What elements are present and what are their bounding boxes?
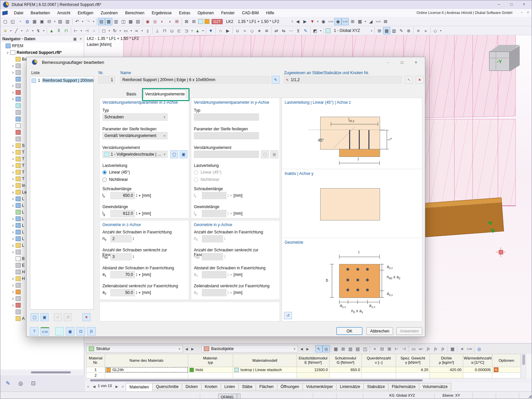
last-table-button[interactable]: » bbox=[120, 383, 126, 390]
toolbar-item[interactable] bbox=[143, 18, 143, 25]
table-category-select[interactable]: Basisobjekte∨ bbox=[201, 345, 298, 352]
toolbar-item[interactable]: 1 - Global XYZ bbox=[331, 28, 370, 33]
formula-button[interactable]: fx bbox=[87, 327, 96, 335]
ok-button[interactable]: OK bbox=[336, 327, 362, 335]
toolbar-item[interactable]: ▦ bbox=[356, 18, 363, 25]
first-table-button[interactable]: « bbox=[85, 383, 91, 390]
toolbar-item[interactable]: ⊕ bbox=[405, 27, 412, 34]
list-item-checkbox[interactable] bbox=[32, 78, 36, 83]
toolbar-item[interactable]: ⊞ bbox=[173, 18, 181, 25]
table-toolbar-icon[interactable]: ▥ bbox=[347, 345, 354, 352]
a1-detail-button[interactable]: ▶ bbox=[139, 273, 141, 276]
toolbar-item[interactable]: ▤ bbox=[98, 18, 105, 25]
lg-stepper[interactable]: ▲▼ bbox=[136, 211, 138, 215]
refresh-diagram-icon[interactable]: ↺ bbox=[284, 312, 292, 319]
table-tab[interactable]: Knoten bbox=[201, 383, 221, 390]
table-toolbar-icon[interactable] bbox=[331, 345, 331, 352]
list-item[interactable]: 1 Reinforced Support | 200mm | E bbox=[30, 77, 93, 84]
toolbar-item[interactable]: ▥ bbox=[390, 27, 398, 34]
assigned-pick-button[interactable]: ↖ bbox=[405, 76, 413, 84]
toolbar-item[interactable]: GZT bbox=[211, 19, 223, 24]
toolbar-item[interactable]: ◐ bbox=[159, 18, 166, 25]
toolbar-item[interactable]: ▾ bbox=[316, 18, 320, 25]
dialog-minimize-button[interactable]: – bbox=[382, 59, 394, 66]
list-delete-button[interactable]: × bbox=[82, 313, 90, 321]
dialog-maximize-button[interactable]: □ bbox=[396, 59, 408, 66]
toolbar-item[interactable]: ⇄ bbox=[273, 27, 280, 34]
radio-linear[interactable]: Linear (45°) bbox=[102, 169, 130, 176]
tree-item-file[interactable]: v Reinforced Support.rf6* bbox=[0, 49, 84, 56]
toolbar-item[interactable]: ✎ bbox=[302, 27, 309, 34]
toolbar-item[interactable]: ◉ bbox=[144, 18, 151, 25]
param-select[interactable]: Gemäß Verstärkungselement∨ bbox=[102, 132, 168, 139]
table-toolbar-icon[interactable]: ▦ bbox=[449, 345, 456, 352]
assigned-clear-button[interactable]: × bbox=[416, 76, 424, 84]
n0-input[interactable]: 2 bbox=[110, 235, 132, 242]
table-toolbar-icon[interactable]: ⊞ bbox=[339, 345, 347, 352]
toolbar-item[interactable]: » bbox=[422, 27, 429, 34]
table-tab[interactable]: Stäbe bbox=[239, 383, 256, 390]
toolbar-item[interactable]: ▤ bbox=[134, 18, 142, 25]
table-toolbar-icon[interactable]: ◫ bbox=[361, 345, 369, 352]
toolbar-item[interactable]: ⊠ bbox=[382, 18, 389, 25]
toolbar-item[interactable]: ▦ bbox=[31, 18, 38, 25]
table-toolbar-icon[interactable]: 0,00 bbox=[466, 345, 473, 352]
table-horizontal-scrollbar[interactable] bbox=[85, 378, 532, 382]
camera-icon[interactable]: ⊡ bbox=[29, 379, 38, 388]
toolbar-item[interactable]: ▾ bbox=[81, 18, 84, 25]
table-group-select[interactable]: Struktur∨ bbox=[86, 345, 183, 352]
cell-waermedehnzahl[interactable]: 0.000005 bbox=[463, 367, 492, 373]
table-toolbar-icon[interactable]: ◎ bbox=[475, 345, 483, 352]
toolbar-item[interactable]: ▾ bbox=[140, 27, 144, 34]
navigator-close-icon[interactable]: × bbox=[79, 37, 82, 41]
toolbar-item[interactable]: ⊠ bbox=[183, 18, 190, 25]
toolbar-item[interactable]: ▾ bbox=[319, 27, 323, 34]
table-vertical-scrollbar[interactable] bbox=[521, 354, 526, 378]
toolbar-item[interactable]: ▭ bbox=[122, 27, 129, 34]
display-options-button[interactable]: ▣ bbox=[66, 327, 74, 335]
toolbar-item[interactable]: ⊓ bbox=[161, 27, 168, 34]
toolbar-item[interactable] bbox=[152, 27, 153, 34]
toolbar-item[interactable] bbox=[99, 27, 99, 34]
cell-dichte[interactable]: 420.00 bbox=[430, 367, 463, 373]
toolbar-item[interactable] bbox=[72, 18, 72, 25]
table-tab[interactable]: Öffnungen bbox=[277, 383, 303, 390]
menu-item[interactable]: Einfügen bbox=[74, 10, 97, 16]
toolbar-item[interactable] bbox=[215, 27, 216, 34]
toolbar-item[interactable]: ◱ bbox=[9, 18, 16, 25]
name-edit-button[interactable]: ✎ bbox=[272, 76, 280, 84]
toolbar-item[interactable]: ▾ bbox=[190, 27, 194, 34]
elem-select[interactable]: 1 - Vollgewindeschraube | d : 1...∨ bbox=[102, 151, 168, 158]
menu-item[interactable]: CAD-BIM bbox=[238, 10, 263, 16]
tab-basis[interactable]: Basis bbox=[120, 90, 142, 98]
toolbar-item[interactable]: ▾ bbox=[42, 27, 46, 34]
cell-material-name[interactable]: GL24h bbox=[105, 367, 188, 373]
table-tab[interactable]: Flächen bbox=[256, 383, 277, 390]
lg-detail-button[interactable]: ▶ bbox=[139, 212, 141, 215]
table-toolbar-icon[interactable] bbox=[409, 345, 409, 352]
tree-item-rfem[interactable]: RFEM bbox=[0, 43, 84, 49]
toolbar-item[interactable] bbox=[232, 27, 233, 34]
cell-material-nr[interactable]: 2 bbox=[86, 373, 105, 378]
toolbar-item[interactable]: ▤ bbox=[57, 18, 64, 25]
toolbar-item[interactable]: ▥ bbox=[64, 18, 71, 25]
table-tab[interactable]: Dicken bbox=[182, 383, 201, 390]
table-row[interactable]: 2 bbox=[86, 373, 521, 378]
toolbar-item[interactable] bbox=[430, 27, 431, 34]
close-button[interactable]: × bbox=[518, 0, 530, 8]
table-toolbar-icon[interactable]: fx bbox=[439, 345, 447, 352]
group-next-button[interactable]: ▶ bbox=[190, 345, 196, 352]
toolbar-item[interactable]: ▲ bbox=[48, 27, 55, 34]
category-next-button[interactable]: ▶ bbox=[305, 345, 311, 352]
menu-item[interactable]: Optionen bbox=[194, 10, 217, 16]
toolbar-item[interactable]: ◍ bbox=[24, 18, 31, 25]
toolbar-item[interactable]: ⋯ bbox=[287, 27, 295, 34]
table-tab[interactable]: Volumensätze bbox=[419, 383, 451, 390]
toolbar-item[interactable]: ⊓ bbox=[63, 27, 70, 34]
cell-querdehnzahl[interactable] bbox=[362, 367, 396, 373]
toolbar-item[interactable]: ◻ bbox=[100, 27, 107, 34]
table-tab[interactable]: Materialien bbox=[126, 383, 153, 391]
apply-button[interactable]: Anwenden bbox=[396, 327, 422, 335]
toolbar-item[interactable]: ◀ bbox=[294, 18, 301, 25]
toolbar-item[interactable]: ∨ bbox=[370, 27, 373, 34]
